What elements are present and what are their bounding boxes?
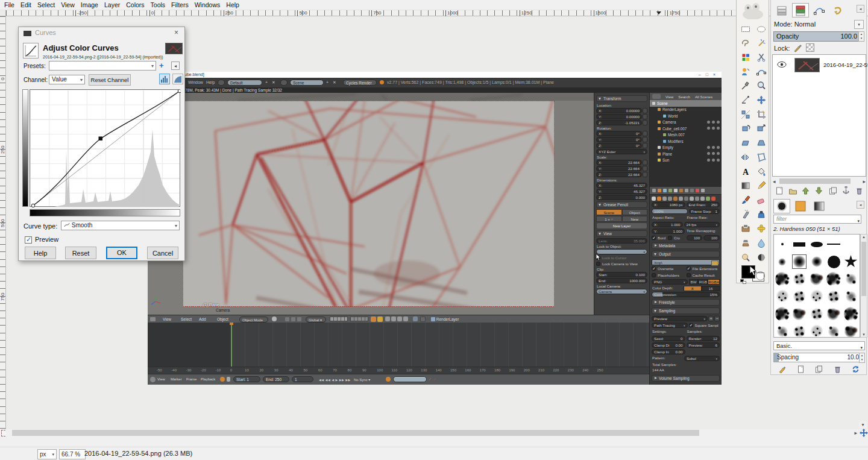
- blender-widget[interactable]: Pattern:Sobol▾: [652, 356, 720, 361]
- cancel-button[interactable]: Cancel: [147, 247, 178, 259]
- blender-widget[interactable]: Seed:0: [652, 336, 685, 341]
- menu-tools[interactable]: Tools: [148, 0, 169, 10]
- brush-sp-b[interactable]: [808, 306, 825, 323]
- blender-widget[interactable]: 100%Frame Step:1: [652, 209, 720, 214]
- blender-widget[interactable]: Lens:35.000: [596, 238, 647, 244]
- blender-widget[interactable]: BWRGBRGBA: [689, 279, 720, 285]
- menu-edit[interactable]: Edit: [17, 0, 34, 10]
- new-layer-button[interactable]: [773, 186, 785, 196]
- tool-smudge[interactable]: [754, 236, 769, 250]
- presets-combo[interactable]: ▾: [49, 61, 156, 71]
- delete-brush-button[interactable]: [832, 364, 843, 374]
- brush-soft-s[interactable]: [774, 253, 790, 270]
- blender-widget[interactable]: Volume Sampling: [652, 375, 720, 382]
- blender-widget[interactable]: Z:0.000: [596, 195, 647, 200]
- tool-bucket-fill[interactable]: [754, 165, 769, 178]
- tool-ink[interactable]: [754, 207, 769, 221]
- outliner-item-modifiers[interactable]: Modifiers: [650, 138, 722, 145]
- tool-dodge-burn[interactable]: [738, 250, 753, 264]
- blender-widget[interactable]: Z:22.664: [596, 172, 647, 177]
- brush-bar[interactable]: [791, 236, 808, 253]
- tool-align[interactable]: [738, 107, 753, 121]
- curves-dialog-titlebar[interactable]: Curves ×: [19, 27, 184, 39]
- dock-tab-layers-white[interactable]: [773, 3, 790, 17]
- blender-widget[interactable]: BordCro: [652, 235, 685, 241]
- tool-ellipse-select[interactable]: [754, 22, 769, 36]
- brush-none[interactable]: [843, 236, 859, 253]
- blender-widget[interactable]: Frame Step:1: [689, 209, 720, 214]
- blender-widget[interactable]: Start:0.100: [596, 272, 647, 277]
- brush-sp-e[interactable]: [774, 323, 790, 338]
- brush-sp-d[interactable]: [808, 288, 825, 305]
- brush-soft-m[interactable]: [808, 253, 825, 270]
- tool-flip[interactable]: [738, 150, 753, 164]
- tool-airbrush[interactable]: [738, 207, 753, 221]
- preset-menu-icon[interactable]: ◂: [171, 61, 180, 70]
- tool-cage-transform[interactable]: [754, 150, 769, 164]
- preset-add-icon[interactable]: +: [159, 61, 164, 70]
- dock-tab-brushes[interactable]: [773, 199, 790, 213]
- tool-zoom[interactable]: [754, 79, 769, 93]
- blender-widget[interactable]: Metadata: [652, 242, 720, 249]
- menu-windows[interactable]: Windows: [192, 0, 224, 10]
- brush-sp-d[interactable]: [774, 288, 790, 305]
- brush-sp-d[interactable]: [808, 323, 825, 338]
- brush-sp-b[interactable]: [791, 271, 808, 288]
- dialog-close-icon[interactable]: ×: [174, 28, 178, 37]
- blender-widget[interactable]: Color Depth:816: [652, 286, 720, 291]
- tool-paths[interactable]: [754, 65, 769, 78]
- edit-brush-button[interactable]: [777, 364, 788, 374]
- blender-widget[interactable]: Z:0°: [596, 143, 647, 148]
- blender-widget[interactable]: Placeholders: [652, 273, 685, 278]
- reset-button[interactable]: Reset: [65, 247, 96, 259]
- blender-widget[interactable]: Seed:0Render:12: [652, 336, 720, 341]
- menu-colors[interactable]: Colors: [123, 0, 147, 10]
- blender-widget[interactable]: X:1.00024 fps▾: [652, 222, 720, 227]
- tool-fuzzy-select[interactable]: [754, 36, 769, 50]
- layer-name[interactable]: 2016-04-19_22-59-5: [823, 61, 868, 68]
- menu-image[interactable]: Image: [78, 0, 101, 10]
- tool-rectangle-select[interactable]: [738, 22, 753, 36]
- menu-filters[interactable]: Filters: [168, 0, 192, 10]
- outliner-item-scene[interactable]: Scene: [650, 100, 722, 107]
- blender-widget[interactable]: X:1080 px: [652, 202, 685, 207]
- blender-widget[interactable]: OverwriteFile Extensions: [652, 266, 720, 271]
- outliner-item-plane[interactable]: Plane: [650, 151, 722, 157]
- tool-free-select[interactable]: [738, 36, 753, 50]
- blender-widget[interactable]: Lock to Cursor: [596, 255, 647, 260]
- dock-tab-paths[interactable]: [811, 3, 828, 17]
- mode-value[interactable]: Normal: [794, 20, 816, 28]
- outliner-item-mesh.007[interactable]: Mesh.007: [650, 132, 722, 139]
- unit-combo[interactable]: px▾: [37, 449, 57, 459]
- outliner-item-empty[interactable]: Empty: [650, 145, 722, 151]
- blender-widget[interactable]: Z:-1.05221: [596, 120, 647, 125]
- brush-sp-a[interactable]: [826, 271, 842, 288]
- blender-widget[interactable]: Y:0.00000: [596, 114, 647, 119]
- help-button[interactable]: Help: [25, 247, 56, 259]
- blender-widget[interactable]: Preview:6: [687, 342, 720, 348]
- canvas-hscrollbar[interactable]: ◂▸: [6, 429, 868, 436]
- blender-widget[interactable]: Settings:Samples:: [652, 329, 720, 335]
- layerlist-hscrollbar[interactable]: ◂▸: [772, 178, 866, 184]
- blender-widget[interactable]: PNG▾BWRGBRGBA: [652, 279, 720, 285]
- outliner-item-sun[interactable]: Sun: [650, 157, 722, 164]
- brush-sp-c[interactable]: [808, 271, 825, 288]
- tool-foreground-select[interactable]: [738, 65, 753, 78]
- dock-collapse-icon[interactable]: ◂: [857, 5, 864, 13]
- blender-widget[interactable]: Y:0°: [596, 137, 647, 142]
- curve-area[interactable]: [30, 89, 180, 207]
- blender-widget[interactable]: Y:1.000: [652, 228, 685, 234]
- preview-checkbox[interactable]: [25, 236, 32, 244]
- tool-heal[interactable]: [754, 222, 769, 236]
- layer-list[interactable]: 2016-04-19_22-59-5: [772, 54, 866, 177]
- outliner-item-renderlayers[interactable]: RenderLayers: [650, 107, 722, 113]
- blender-widget[interactable]: Preview▾+−: [652, 316, 720, 322]
- duplicate-brush-button[interactable]: [813, 364, 825, 374]
- blender-widget[interactable]: End:1000.000: [596, 278, 647, 283]
- outliner-item-cube_cell.007[interactable]: Cube_cell.007: [650, 125, 722, 132]
- tool-eraser[interactable]: [754, 193, 769, 207]
- brush-sp-e[interactable]: [843, 271, 859, 288]
- dock-tab-undo-history[interactable]: [829, 3, 846, 17]
- tool-pencil[interactable]: [754, 179, 769, 193]
- raise-layer-button[interactable]: [800, 186, 811, 196]
